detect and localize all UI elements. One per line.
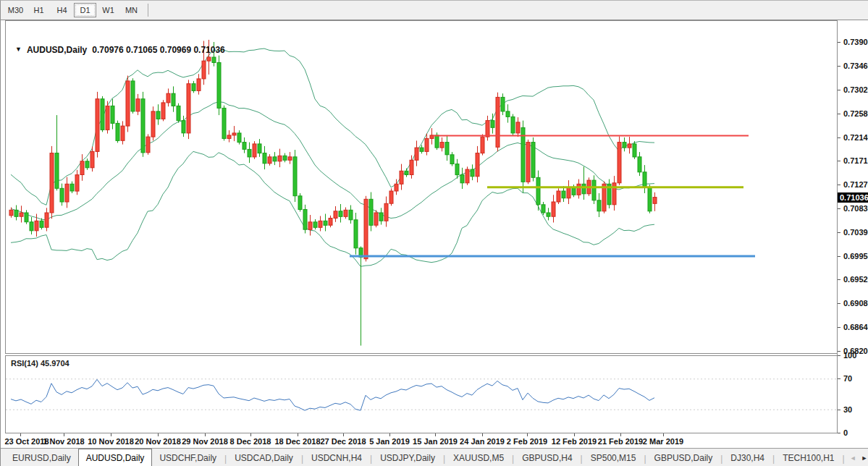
price-axis[interactable]: 0.739000.734600.730200.725800.721400.717… [837, 20, 868, 433]
candle [567, 180, 570, 204]
rsi-axis-tick [838, 433, 840, 433]
candle [308, 215, 312, 236]
timeframe-button-d1[interactable]: D1 [74, 3, 96, 17]
date-tick-label: 18 Dec 2018 [275, 437, 321, 446]
candle [369, 192, 373, 232]
date-tick-label: 12 Feb 2019 [552, 437, 597, 446]
candle [121, 121, 125, 144]
candle [303, 205, 307, 234]
chart-tab-sp500-m15[interactable]: SP500,M15 [583, 451, 644, 466]
date-tick [343, 433, 344, 436]
chart-tab-usdcad-daily[interactable]: USDCAD,Daily [227, 451, 300, 466]
timeframe-button-mn[interactable]: MN [120, 3, 143, 17]
timeframe-button-m30[interactable]: M30 [4, 3, 27, 17]
date-tick-label: 5 Jan 2019 [369, 437, 410, 446]
price-tick [838, 279, 840, 280]
chart-tab-xauusd-m5[interactable]: XAUUSD,M5 [446, 451, 511, 466]
chart-tab-usdcnh-h4[interactable]: USDCNH,H4 [304, 451, 369, 466]
candle [96, 92, 99, 158]
price-tick-label: 0.69950 [843, 252, 868, 260]
rsi-indicator-label: RSI(14) 45.9704 [11, 359, 69, 368]
candle [45, 208, 49, 231]
candle [263, 146, 266, 169]
candle [359, 247, 363, 346]
date-tick-label: 1 Nov 2018 [43, 437, 84, 446]
chart-title: ▼ AUDUSD,Daily 0.70976 0.71065 0.70969 0… [15, 45, 225, 55]
candle [460, 168, 464, 189]
candle [101, 96, 104, 132]
date-tick [20, 433, 21, 436]
candle [20, 206, 23, 222]
price-tick [838, 232, 840, 233]
timeframe-button-h1[interactable]: H1 [28, 3, 50, 17]
timeframe-toolbar: M30H1H4D1W1MN [1, 1, 868, 20]
chart-tab-usdchf-daily[interactable]: USDCHF,Daily [152, 451, 224, 466]
candle [612, 176, 616, 211]
candle [400, 164, 403, 190]
candle [131, 78, 135, 114]
date-tick [205, 433, 206, 436]
tab-scroll-arrows: ◄► [850, 449, 868, 466]
date-tick [111, 433, 111, 436]
price-tick-label: 0.73460 [843, 62, 868, 70]
chart-tab-eurusd-daily[interactable]: EURUSD,Daily [5, 451, 78, 466]
candle [141, 92, 145, 157]
timeframe-button-h4[interactable]: H4 [51, 3, 73, 17]
main-chart-canvas[interactable] [6, 21, 837, 353]
date-tick-label: 29 Nov 2018 [182, 437, 228, 446]
bollinger-lower-line [11, 151, 654, 266]
timeframe-button-w1[interactable]: W1 [97, 3, 119, 17]
date-tick [158, 433, 159, 436]
candle [146, 134, 150, 154]
rsi-indicator-pane: RSI(14) 45.9704 [5, 355, 837, 433]
chart-tab-tech100-h1[interactable]: TECH100,H1 [775, 451, 841, 466]
candle [521, 121, 525, 193]
price-tick [838, 161, 840, 161]
date-tick [250, 433, 251, 436]
candle [344, 208, 347, 219]
candle [253, 141, 256, 159]
price-tick [838, 66, 840, 67]
candle [501, 93, 505, 115]
chart-tab-gbpusd-h4[interactable]: GBPUSD,H4 [515, 451, 579, 466]
candle [106, 101, 109, 134]
rsi-axis-tick [838, 410, 840, 410]
chart-tab-usdjpy-daily[interactable]: USDJPY,Daily [373, 451, 442, 466]
date-tick [574, 433, 575, 436]
candle [25, 210, 28, 224]
rsi-canvas[interactable] [6, 356, 837, 433]
candle [30, 217, 33, 234]
candle [511, 114, 515, 135]
chart-tab-dj30-h4[interactable]: DJ30,H4 [723, 451, 772, 466]
tab-scroll-left-icon[interactable]: ◄ [850, 454, 856, 462]
price-tick [838, 185, 840, 185]
candle [324, 214, 327, 232]
rsi-axis-label: 70 [843, 374, 852, 383]
candle [329, 216, 332, 227]
candle [506, 104, 510, 122]
candle [197, 74, 201, 95]
price-tick [838, 137, 840, 138]
chart-tab-gbpusd-daily[interactable]: GBPUSD,Daily [647, 451, 720, 466]
candle [547, 208, 550, 220]
toolbar-separator [148, 4, 148, 17]
candle [597, 193, 601, 217]
candle [334, 206, 337, 222]
chart-tab-audusd-daily[interactable]: AUDUSD,Daily [78, 449, 153, 466]
candle [227, 130, 231, 143]
candle [55, 115, 59, 190]
price-tick-label: 0.73020 [843, 85, 868, 94]
candle [65, 177, 69, 208]
candle [222, 106, 226, 141]
candle [298, 193, 302, 212]
candle [349, 206, 353, 224]
chart-dropdown-icon[interactable]: ▼ [15, 46, 22, 53]
candle [415, 140, 418, 166]
tab-scroll-right-icon[interactable]: ► [861, 454, 868, 462]
candle [243, 137, 246, 153]
candle [339, 204, 342, 223]
candle [273, 152, 277, 165]
date-tick-label: 10 Nov 2018 [88, 437, 134, 446]
date-axis[interactable]: 23 Oct 20181 Nov 201810 Nov 201820 Nov 2… [1, 433, 837, 448]
price-tick [838, 208, 840, 209]
